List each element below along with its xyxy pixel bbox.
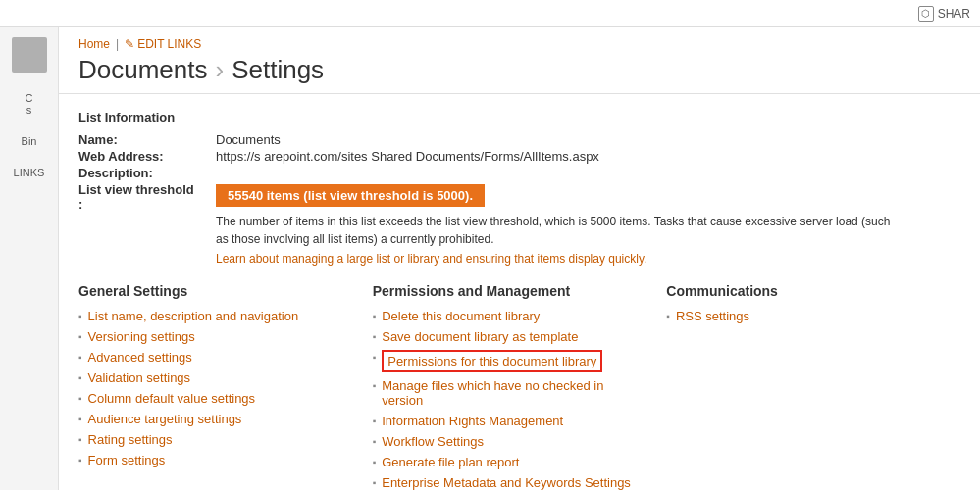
bullet-icon: ▪ xyxy=(373,416,377,426)
breadcrumb: Home | ✎ EDIT LINKS xyxy=(78,37,960,51)
bullet-icon: ▪ xyxy=(78,331,82,342)
permissions-col: Permissions and Management ▪ Delete this… xyxy=(373,283,667,490)
list-item: ▪ Enterprise Metadata and Keywords Setti… xyxy=(373,475,647,490)
page-title-separator: › xyxy=(216,55,225,85)
bullet-icon: ▪ xyxy=(78,414,82,424)
header-area: Home | ✎ EDIT LINKS Documents › Settings xyxy=(59,27,980,94)
permissions-list: ▪ Delete this document library ▪ Save do… xyxy=(373,309,647,490)
page-title-part2: Settings xyxy=(232,55,324,85)
bullet-icon: ▪ xyxy=(78,372,82,383)
breadcrumb-home[interactable]: Home xyxy=(78,37,110,51)
list-item: ▪ Workflow Settings xyxy=(373,434,647,449)
general-link-1[interactable]: Versioning settings xyxy=(88,329,195,344)
general-settings-col: General Settings ▪ List name, descriptio… xyxy=(78,283,373,490)
threshold-container: 55540 items (list view threshold is 5000… xyxy=(216,184,903,266)
perm-link-0[interactable]: Delete this document library xyxy=(382,309,540,323)
bullet-icon: ▪ xyxy=(373,331,377,342)
general-link-3[interactable]: Validation settings xyxy=(88,370,191,385)
sidebar-item-links[interactable]: LINKS xyxy=(14,167,45,178)
list-item: ▪ Delete this document library xyxy=(373,309,647,323)
name-label: Name: xyxy=(78,132,216,147)
list-item: ▪ List name, description and navigation xyxy=(78,309,353,323)
bullet-icon: ▪ xyxy=(78,434,82,445)
threshold-badge: 55540 items (list view threshold is 5000… xyxy=(216,184,485,207)
list-item: ▪ Rating settings xyxy=(78,432,353,447)
bullet-icon: ▪ xyxy=(373,352,377,363)
page-title: Documents › Settings xyxy=(78,55,960,85)
general-link-4[interactable]: Column default value settings xyxy=(88,391,256,406)
general-link-7[interactable]: Form settings xyxy=(88,453,166,467)
edit-links-label: EDIT LINKS xyxy=(137,37,201,51)
comm-link-0[interactable]: RSS settings xyxy=(676,309,749,323)
general-settings-list: ▪ List name, description and navigation … xyxy=(78,309,353,467)
list-item: ▪ Manage files which have no checked in … xyxy=(373,378,647,408)
list-info-name-row: Name: Documents xyxy=(78,132,960,147)
avatar xyxy=(12,37,47,73)
general-link-2[interactable]: Advanced settings xyxy=(88,350,192,365)
perm-link-4[interactable]: Information Rights Management xyxy=(382,414,563,428)
list-info-table: Name: Documents Web Address: https://s a… xyxy=(78,132,960,266)
bullet-icon: ▪ xyxy=(373,436,377,447)
share-icon: ⬡ xyxy=(918,6,934,22)
bullet-icon: ▪ xyxy=(78,455,82,466)
list-item: ▪ Advanced settings xyxy=(78,350,353,365)
list-item: ▪ Save document library as template xyxy=(373,329,647,344)
list-item: ▪ Column default value settings xyxy=(78,391,353,406)
list-item: ▪ Information Rights Management xyxy=(373,414,647,428)
breadcrumb-edit-links[interactable]: ✎ EDIT LINKS xyxy=(125,37,201,51)
perm-link-1[interactable]: Save document library as template xyxy=(382,329,578,344)
threshold-learn-link[interactable]: Learn about managing a large list or lib… xyxy=(216,252,903,266)
highlighted-perm-link: Permissions for this document library xyxy=(382,350,602,372)
communications-header: Communications xyxy=(666,283,941,299)
bullet-icon: ▪ xyxy=(373,457,377,467)
bullet-icon: ▪ xyxy=(78,393,82,404)
settings-columns: General Settings ▪ List name, descriptio… xyxy=(78,283,960,490)
list-item: ▪ Form settings xyxy=(78,453,353,467)
description-label: Description: xyxy=(78,166,216,180)
sidebar: Cs Bin LINKS xyxy=(0,27,59,490)
bullet-icon: ▪ xyxy=(373,380,377,391)
bullet-icon: ▪ xyxy=(78,352,82,363)
list-info-threshold-row: List view threshold : 55540 items (list … xyxy=(78,182,960,266)
list-item: ▪ Versioning settings xyxy=(78,329,353,344)
sidebar-item-bin[interactable]: Bin xyxy=(22,135,37,147)
share-area: ⬡ SHAR xyxy=(918,6,970,22)
general-link-5[interactable]: Audience targeting settings xyxy=(88,412,242,426)
breadcrumb-separator: | xyxy=(116,37,119,51)
content-area: List Information Name: Documents Web Add… xyxy=(59,94,980,490)
bullet-icon: ▪ xyxy=(373,311,377,321)
main-content: Home | ✎ EDIT LINKS Documents › Settings… xyxy=(59,27,980,490)
perm-link-6[interactable]: Generate file plan report xyxy=(382,455,519,469)
communications-list: ▪ RSS settings xyxy=(666,309,941,323)
page-title-part1: Documents xyxy=(78,55,208,85)
threshold-label: List view threshold : xyxy=(78,182,216,266)
bullet-icon: ▪ xyxy=(373,477,377,488)
threshold-warning-text: The number of items in this list exceeds… xyxy=(216,213,903,248)
perm-link-7[interactable]: Enterprise Metadata and Keywords Setting… xyxy=(382,475,631,490)
bullet-icon: ▪ xyxy=(78,311,82,321)
list-info-desc-row: Description: xyxy=(78,166,960,180)
name-value: Documents xyxy=(216,132,281,147)
bullet-icon: ▪ xyxy=(666,311,670,321)
top-bar: ⬡ SHAR xyxy=(0,0,980,27)
sidebar-item-c: Cs xyxy=(26,92,33,116)
perm-link-5[interactable]: Workflow Settings xyxy=(382,434,484,449)
list-info-header: List Information xyxy=(78,110,960,124)
general-link-6[interactable]: Rating settings xyxy=(88,432,173,447)
list-info-web-row: Web Address: https://s arepoint.com/site… xyxy=(78,149,960,164)
web-address-value: https://s arepoint.com/sites Shared Docu… xyxy=(216,149,599,164)
general-link-0[interactable]: List name, description and navigation xyxy=(88,309,299,323)
general-settings-header: General Settings xyxy=(78,283,353,299)
web-address-label: Web Address: xyxy=(78,149,216,164)
perm-link-3[interactable]: Manage files which have no checked in ve… xyxy=(382,378,646,408)
pencil-icon: ✎ xyxy=(125,37,134,51)
list-item: ▪ Permissions for this document library xyxy=(373,350,647,372)
list-item: ▪ Generate file plan report xyxy=(373,455,647,469)
list-item: ▪ Validation settings xyxy=(78,370,353,385)
permissions-header: Permissions and Management xyxy=(373,283,647,299)
list-item: ▪ RSS settings xyxy=(666,309,941,323)
communications-col: Communications ▪ RSS settings xyxy=(666,283,960,490)
list-item: ▪ Audience targeting settings xyxy=(78,412,353,426)
perm-link-2[interactable]: Permissions for this document library xyxy=(387,354,596,368)
share-label: SHAR xyxy=(938,7,970,21)
